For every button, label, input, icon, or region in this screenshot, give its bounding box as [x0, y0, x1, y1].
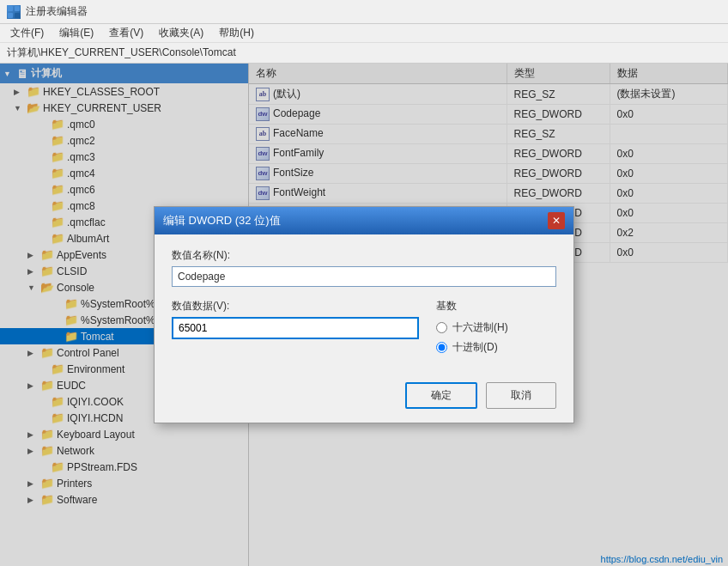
title-bar: 注册表编辑器: [0, 0, 728, 24]
modal-overlay: 编辑 DWORD (32 位)值 ✕ 数值名称(N): 数值数据(V): 基数: [0, 64, 728, 566]
menu-edit[interactable]: 编辑(E): [52, 24, 100, 42]
menu-view[interactable]: 查看(V): [102, 24, 150, 42]
dec-radio[interactable]: [436, 342, 447, 353]
dialog-footer: 确定 取消: [155, 374, 573, 423]
name-label: 数值名称(N):: [172, 248, 556, 263]
edit-dword-dialog[interactable]: 编辑 DWORD (32 位)值 ✕ 数值名称(N): 数值数据(V): 基数: [154, 206, 574, 423]
base-group: 基数 十六进制(H) 十进制(D): [436, 299, 556, 360]
base-title: 基数: [436, 299, 556, 313]
svg-rect-2: [8, 13, 13, 18]
dialog-body: 数值名称(N): 数值数据(V): 基数 十六进制(H): [155, 234, 573, 374]
dialog-close-button[interactable]: ✕: [548, 212, 565, 229]
ok-button[interactable]: 确定: [405, 382, 477, 409]
window-title: 注册表编辑器: [26, 4, 88, 19]
hex-radio[interactable]: [436, 322, 447, 333]
dialog-title-bar: 编辑 DWORD (32 位)值 ✕: [155, 207, 573, 234]
address-path: 计算机\HKEY_CURRENT_USER\Console\Tomcat: [7, 46, 236, 60]
svg-rect-3: [15, 13, 20, 18]
cancel-button[interactable]: 取消: [486, 382, 556, 409]
dec-radio-row[interactable]: 十进制(D): [436, 340, 556, 355]
name-input[interactable]: [172, 266, 556, 287]
data-value-input[interactable]: [172, 317, 419, 339]
svg-rect-1: [15, 6, 20, 11]
svg-rect-0: [8, 6, 13, 11]
hex-radio-row[interactable]: 十六进制(H): [436, 320, 556, 335]
hex-radio-label: 十六进制(H): [452, 320, 508, 335]
menu-bar: 文件(F) 编辑(E) 查看(V) 收藏夹(A) 帮助(H): [0, 24, 728, 43]
menu-file[interactable]: 文件(F): [3, 24, 51, 42]
dec-radio-label: 十进制(D): [452, 340, 498, 355]
menu-help[interactable]: 帮助(H): [212, 24, 261, 42]
main-content: ▼ 🖥 计算机 ▶ 📁 HKEY_CLASSES_ROOT ▼ 📂 HKEY_C…: [0, 64, 728, 566]
address-bar: 计算机\HKEY_CURRENT_USER\Console\Tomcat: [0, 43, 728, 64]
menu-favorites[interactable]: 收藏夹(A): [152, 24, 210, 42]
dialog-data-row: 数值数据(V): 基数 十六进制(H) 十进制(D): [172, 299, 556, 360]
data-label: 数值数据(V):: [172, 299, 419, 313]
app-icon: [7, 5, 21, 19]
dialog-title-text: 编辑 DWORD (32 位)值: [163, 213, 281, 228]
value-input-wrap: 数值数据(V):: [172, 299, 419, 339]
